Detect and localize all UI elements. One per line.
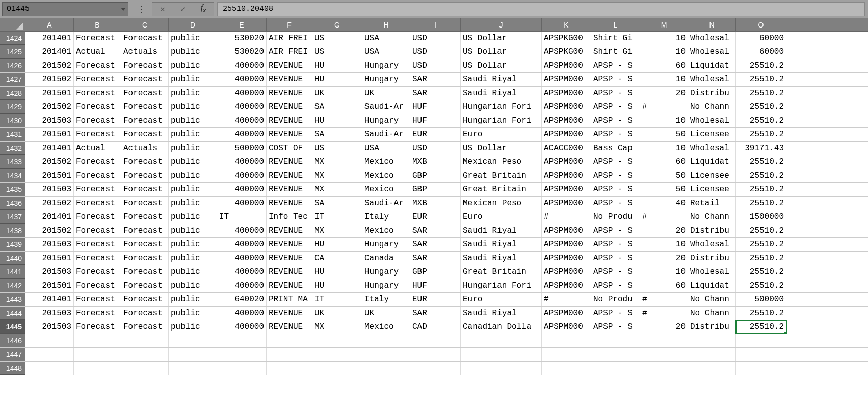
cell[interactable]: HU	[312, 279, 362, 292]
row-header[interactable]: 1425	[0, 45, 25, 59]
cell[interactable]: US	[312, 32, 362, 45]
cell[interactable]: UK	[362, 307, 410, 320]
cell[interactable]: Wholesal	[688, 265, 736, 279]
select-all-corner[interactable]	[0, 18, 25, 31]
cell[interactable]: public	[169, 183, 217, 196]
column-header-K[interactable]: K	[542, 18, 591, 31]
cell[interactable]: Euro	[461, 210, 542, 224]
cell[interactable]: 500000	[736, 293, 786, 306]
cell[interactable]: Saudi Riyal	[461, 252, 542, 265]
cell[interactable]	[217, 334, 267, 347]
cell[interactable]: 400000	[217, 265, 267, 279]
cell[interactable]: APSPM000	[542, 307, 591, 320]
column-header-M[interactable]: M	[640, 18, 688, 31]
cell[interactable]: USD	[410, 45, 461, 59]
row-header[interactable]: 1424	[0, 32, 25, 45]
cell[interactable]: 60000	[736, 32, 786, 45]
cell[interactable]: MXB	[410, 155, 461, 169]
cell[interactable]: APSP - S	[591, 238, 640, 251]
cell[interactable]: APSPM000	[542, 100, 591, 114]
cell[interactable]: public	[169, 210, 217, 224]
fx-icon[interactable]: fx	[193, 3, 214, 14]
cell[interactable]: USA	[362, 45, 410, 59]
cell[interactable]: AIR FREI	[267, 32, 312, 45]
cell[interactable]: public	[169, 238, 217, 251]
cell[interactable]: Shirt Gi	[591, 32, 640, 45]
cell[interactable]: 10	[640, 73, 688, 86]
cell[interactable]: REVENUE	[267, 265, 312, 279]
cell[interactable]: APSP - S	[591, 128, 640, 141]
cell[interactable]: APSPM000	[542, 320, 591, 334]
cell[interactable]: Liquidat	[688, 279, 736, 292]
cell[interactable]: Forecast	[74, 183, 121, 196]
cell[interactable]: Distribu	[688, 320, 736, 334]
cell[interactable]: 201503	[25, 114, 74, 127]
row-header[interactable]: 1440	[0, 252, 25, 265]
cell[interactable]: public	[169, 87, 217, 100]
cell[interactable]: Forecast	[121, 224, 169, 237]
cell[interactable]	[74, 362, 121, 375]
cell[interactable]: 400000	[217, 183, 267, 196]
cell[interactable]: APSPKG00	[542, 45, 591, 59]
cell[interactable]: APSPM000	[542, 128, 591, 141]
cell[interactable]: US Dollar	[461, 45, 542, 59]
cell[interactable]: IT	[312, 210, 362, 224]
cell[interactable]: APSP - S	[591, 197, 640, 210]
cell[interactable]: 1500000	[736, 210, 786, 224]
cell[interactable]: Forecast	[74, 320, 121, 334]
cell[interactable]: MX	[312, 169, 362, 182]
cell[interactable]: US	[312, 45, 362, 59]
cell[interactable]: Forecast	[74, 252, 121, 265]
cell[interactable]: No Chann	[688, 293, 736, 306]
cell[interactable]: No Chann	[688, 210, 736, 224]
cell[interactable]	[25, 334, 74, 347]
cell[interactable]: 201503	[25, 307, 74, 320]
cell[interactable]: USD	[410, 32, 461, 45]
cell[interactable]: Euro	[461, 293, 542, 306]
cell[interactable]: USD	[410, 142, 461, 155]
cell[interactable]: Saudi-Ar	[362, 100, 410, 114]
cell[interactable]	[362, 348, 410, 361]
cell[interactable]: APSP - S	[591, 265, 640, 279]
cell[interactable]: MX	[312, 224, 362, 237]
column-header-A[interactable]: A	[25, 18, 74, 31]
cell[interactable]: No Chann	[688, 307, 736, 320]
cell[interactable]: public	[169, 169, 217, 182]
cell[interactable]	[362, 362, 410, 375]
cell[interactable]: Wholesal	[688, 114, 736, 127]
cell[interactable]: APSPM000	[542, 87, 591, 100]
cell[interactable]	[267, 334, 312, 347]
cell[interactable]: AIR FREI	[267, 45, 312, 59]
cell[interactable]	[591, 334, 640, 347]
cell[interactable]: Great Britain	[461, 183, 542, 196]
cell[interactable]: Wholesal	[688, 142, 736, 155]
row-header[interactable]: 1428	[0, 87, 25, 100]
cell[interactable]: REVENUE	[267, 252, 312, 265]
cell[interactable]: Distribu	[688, 224, 736, 237]
cell[interactable]: 50	[640, 128, 688, 141]
cell[interactable]	[121, 348, 169, 361]
row-header[interactable]: 1434	[0, 169, 25, 182]
cell[interactable]: GBP	[410, 183, 461, 196]
cell[interactable]: 201501	[25, 252, 74, 265]
cell[interactable]: Hungary	[362, 114, 410, 127]
accept-formula-button[interactable]: ✓	[173, 4, 193, 14]
cell[interactable]	[74, 348, 121, 361]
cell[interactable]: APSP - S	[591, 320, 640, 334]
cell[interactable]	[640, 362, 688, 375]
cell[interactable]: Hungary	[362, 73, 410, 86]
cell[interactable]: 400000	[217, 100, 267, 114]
cell[interactable]: 10	[640, 238, 688, 251]
cell[interactable]: REVENUE	[267, 279, 312, 292]
cell[interactable]: APSPM000	[542, 169, 591, 182]
cell[interactable]: public	[169, 293, 217, 306]
cell[interactable]: Retail	[688, 197, 736, 210]
cell[interactable]	[217, 362, 267, 375]
cell[interactable]: SAR	[410, 307, 461, 320]
cell[interactable]: APSP - S	[591, 59, 640, 72]
cell[interactable]: Forecast	[121, 73, 169, 86]
cell[interactable]: Forecast	[121, 279, 169, 292]
cell[interactable]: APSPM000	[542, 279, 591, 292]
cell[interactable]: 400000	[217, 252, 267, 265]
cell[interactable]: Hungary	[362, 279, 410, 292]
